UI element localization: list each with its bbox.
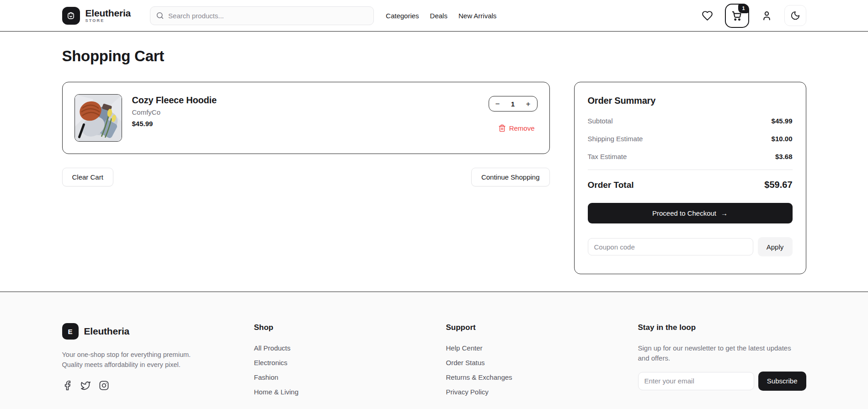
site-header: Eleutheria STORE Categories Deals New Ar… (0, 0, 868, 32)
shipping-value: $10.00 (772, 135, 793, 143)
tax-row: Tax Estimate $3.68 (588, 153, 793, 160)
footer-logo: E (62, 323, 79, 340)
brand-subtitle: STORE (85, 18, 131, 23)
clear-cart-button[interactable]: Clear Cart (62, 168, 113, 186)
nav-new-arrivals[interactable]: New Arrivals (458, 12, 496, 20)
newsletter-text: Sign up for our newsletter to get the la… (638, 343, 803, 363)
remove-item-button[interactable]: Remove (498, 124, 535, 132)
social-links (62, 380, 254, 391)
subtotal-row: Subtotal $45.99 (588, 117, 793, 125)
item-name: Cozy Fleece Hoodie (132, 95, 217, 106)
order-total-label: Order Total (588, 180, 634, 190)
checkout-label: Proceed to Checkout (652, 209, 716, 217)
header-actions: 1 (702, 4, 806, 28)
search-icon (156, 11, 164, 20)
footer-link-all-products[interactable]: All Products (254, 344, 446, 352)
user-icon (761, 10, 772, 21)
shopping-bag-icon (62, 7, 80, 25)
footer-link-electronics[interactable]: Electronics (254, 359, 446, 367)
item-brand: ComfyCo (132, 108, 217, 116)
footer-brand-column: E Eleutheria Your one-shop stop for ever… (62, 323, 254, 396)
cart-item-card: Cozy Fleece Hoodie ComfyCo $45.99 − 1 + (62, 82, 550, 154)
trash-icon (498, 124, 506, 132)
product-image (75, 94, 122, 142)
site-footer: E Eleutheria Your one-shop stop for ever… (0, 292, 868, 409)
nav-categories[interactable]: Categories (386, 12, 419, 20)
account-button[interactable] (761, 10, 772, 21)
newsletter-heading: Stay in the loop (638, 323, 806, 332)
coupon-code-input[interactable] (588, 238, 753, 255)
subscribe-button[interactable]: Subscribe (758, 372, 806, 391)
cart-button[interactable]: 1 (725, 4, 749, 28)
subtotal-value: $45.99 (772, 117, 793, 125)
summary-divider (588, 170, 793, 170)
dark-mode-toggle[interactable] (784, 5, 806, 26)
footer-link-fashion[interactable]: Fashion (254, 373, 446, 381)
remove-label: Remove (509, 124, 535, 132)
footer-link-order-status[interactable]: Order Status (446, 359, 638, 367)
instagram-icon[interactable] (99, 380, 109, 391)
cart-count-badge: 1 (738, 4, 749, 13)
footer-tagline: Your one-shop stop for everything premiu… (62, 350, 199, 370)
footer-shop-column: Shop All Products Electronics Fashion Ho… (254, 323, 446, 396)
order-summary-card: Order Summary Subtotal $45.99 Shipping E… (574, 82, 806, 274)
shipping-label: Shipping Estimate (588, 135, 643, 143)
main-nav: Categories Deals New Arrivals (386, 12, 496, 20)
order-total-value: $59.67 (764, 180, 792, 190)
nav-deals[interactable]: Deals (430, 12, 447, 20)
apply-coupon-button[interactable]: Apply (758, 237, 793, 256)
footer-link-returns-exchanges[interactable]: Returns & Exchanges (446, 373, 638, 381)
cart-section: Cozy Fleece Hoodie ComfyCo $45.99 − 1 + (62, 82, 550, 186)
facebook-icon[interactable] (62, 380, 73, 391)
search-input[interactable] (168, 12, 368, 20)
search-bar (150, 6, 374, 25)
footer-newsletter-column: Stay in the loop Sign up for our newslet… (638, 323, 806, 396)
shipping-row: Shipping Estimate $10.00 (588, 135, 793, 143)
main-content: Shopping Cart (62, 48, 806, 274)
footer-link-privacy-policy[interactable]: Privacy Policy (446, 388, 638, 396)
newsletter-email-input[interactable] (638, 372, 754, 390)
footer-brand-name: Eleutheria (84, 326, 130, 337)
item-price: $45.99 (132, 120, 217, 127)
order-total-row: Order Total $59.67 (588, 180, 793, 190)
tax-value: $3.68 (775, 153, 793, 160)
shop-heading: Shop (254, 323, 446, 332)
tax-label: Tax Estimate (588, 153, 627, 160)
footer-support-column: Support Help Center Order Status Returns… (446, 323, 638, 396)
subtotal-label: Subtotal (588, 117, 613, 125)
continue-shopping-button[interactable]: Continue Shopping (471, 168, 550, 186)
footer-link-help-center[interactable]: Help Center (446, 344, 638, 352)
order-summary-title: Order Summary (588, 96, 793, 106)
page-title: Shopping Cart (62, 48, 806, 65)
moon-icon (790, 11, 800, 21)
footer-link-home-living[interactable]: Home & Living (254, 388, 446, 396)
heart-icon (702, 10, 713, 21)
brand-logo[interactable]: Eleutheria STORE (62, 7, 131, 25)
quantity-decrease-button[interactable]: − (492, 100, 504, 108)
wishlist-button[interactable] (702, 10, 713, 21)
quantity-value: 1 (511, 100, 515, 108)
support-heading: Support (446, 323, 638, 332)
quantity-increase-button[interactable]: + (522, 100, 534, 108)
brand-name: Eleutheria (85, 8, 131, 18)
twitter-icon[interactable] (80, 380, 91, 391)
proceed-to-checkout-button[interactable]: Proceed to Checkout → (588, 203, 793, 223)
arrow-right-icon: → (721, 209, 728, 217)
quantity-stepper: − 1 + (489, 96, 538, 112)
